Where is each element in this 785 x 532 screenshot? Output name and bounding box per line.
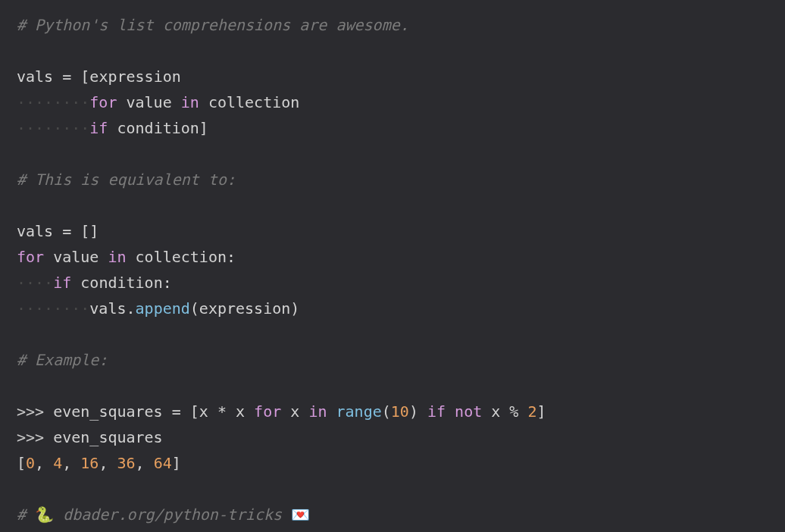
love-letter-icon: 💌 <box>291 505 310 524</box>
operator: = <box>53 67 80 86</box>
empty-list: [] <box>80 222 99 240</box>
identifier: collection <box>208 93 299 111</box>
number: 64 <box>154 454 172 472</box>
identifier: vals <box>89 299 126 318</box>
space <box>245 402 254 421</box>
keyword-in: in <box>181 93 199 111</box>
repl-prompt: >>> <box>17 402 53 421</box>
code-line-equiv-4: ········vals.append(expression) <box>17 296 768 321</box>
keyword-for: for <box>254 402 281 421</box>
identifier: condition <box>80 274 162 292</box>
keyword-in: in <box>108 248 126 266</box>
repl-output: [0, 4, 16, 36, 64] <box>17 450 768 476</box>
space <box>108 119 117 137</box>
space <box>281 402 290 421</box>
space <box>127 248 136 266</box>
operator: = <box>163 402 190 421</box>
identifier: even_squares <box>53 402 163 421</box>
keyword-if: if <box>427 402 446 421</box>
bracket-open: [ <box>80 67 89 86</box>
operator: = <box>53 222 80 240</box>
blank-line <box>17 192 768 218</box>
whitespace-dots: ········ <box>17 299 89 318</box>
code-line-equiv-1: vals = [] <box>17 218 768 244</box>
space <box>199 93 208 111</box>
space <box>44 248 53 266</box>
paren-open: ( <box>190 299 199 318</box>
identifier: even_squares <box>53 428 163 446</box>
bracket-close: ] <box>172 454 181 472</box>
builtin-function: range <box>336 402 382 421</box>
identifier: vals <box>17 67 53 86</box>
blank-line <box>17 321 768 347</box>
comment-text: # 🐍 dbader.org/python-tricks 💌 <box>17 505 310 524</box>
keyword-for: for <box>89 93 117 111</box>
comma: , <box>62 454 80 472</box>
identifier: value <box>53 248 99 266</box>
keyword-in: in <box>308 402 327 421</box>
operator: % <box>500 402 527 421</box>
repl-prompt: >>> <box>17 428 53 446</box>
colon: : <box>163 274 172 292</box>
whitespace-dots: ········ <box>17 119 89 137</box>
blank-line <box>17 373 768 399</box>
comment-text: # Example: <box>17 351 108 369</box>
identifier: x <box>199 402 208 421</box>
identifier: value <box>127 93 172 111</box>
identifier: x <box>491 402 500 421</box>
identifier: x <box>236 402 245 421</box>
paren-close: ) <box>409 402 418 421</box>
footer-url: dbader.org/python-tricks <box>54 505 291 524</box>
comment-text: # Python's list comprehensions are aweso… <box>17 16 409 34</box>
bracket-open: [ <box>190 402 199 421</box>
blank-line <box>17 38 768 64</box>
code-line-comment-1: # Python's list comprehensions are aweso… <box>17 12 768 38</box>
whitespace-dots: ········ <box>17 93 89 111</box>
identifier: collection <box>136 248 227 266</box>
code-line-listcomp-2: ········for value in collection <box>17 89 768 115</box>
identifier: x <box>290 402 299 421</box>
space <box>446 402 455 421</box>
keyword-if: if <box>89 119 108 137</box>
code-line-comment-2: # This is equivalent to: <box>17 167 768 192</box>
comma: , <box>99 454 117 472</box>
code-line-equiv-3: ····if condition: <box>17 270 768 296</box>
comment-prefix: # <box>17 505 35 524</box>
space <box>71 274 80 292</box>
number: 16 <box>80 454 99 472</box>
number: 0 <box>26 454 35 472</box>
keyword-for: for <box>17 248 44 266</box>
code-line-comment-footer: # 🐍 dbader.org/python-tricks 💌 <box>17 502 768 527</box>
method-call: append <box>136 299 190 318</box>
snake-icon: 🐍 <box>35 505 54 524</box>
operator: * <box>208 402 236 421</box>
identifier: condition <box>117 119 199 137</box>
comment-text: # This is equivalent to: <box>17 171 236 189</box>
identifier: expression <box>199 299 290 318</box>
space <box>418 402 427 421</box>
blank-line <box>17 141 768 167</box>
space <box>172 93 181 111</box>
paren-open: ( <box>382 402 391 421</box>
whitespace-dots: ···· <box>17 274 53 292</box>
paren-close: ) <box>290 299 299 318</box>
bracket-open: [ <box>17 454 26 472</box>
identifier: vals <box>17 222 53 240</box>
blank-line <box>17 476 768 502</box>
repl-line-1: >>> even_squares = [x * x for x in range… <box>17 399 768 424</box>
keyword-if: if <box>53 274 71 292</box>
keyword-not: not <box>455 402 482 421</box>
space <box>299 402 308 421</box>
space <box>327 402 336 421</box>
number: 10 <box>391 402 409 421</box>
space <box>117 93 126 111</box>
number: 36 <box>117 454 136 472</box>
number: 2 <box>527 402 536 421</box>
code-line-equiv-2: for value in collection: <box>17 244 768 270</box>
space <box>99 248 108 266</box>
number: 4 <box>53 454 62 472</box>
dot: . <box>127 299 136 318</box>
bracket-close: ] <box>537 402 546 421</box>
code-line-comment-3: # Example: <box>17 347 768 373</box>
comma: , <box>35 454 53 472</box>
